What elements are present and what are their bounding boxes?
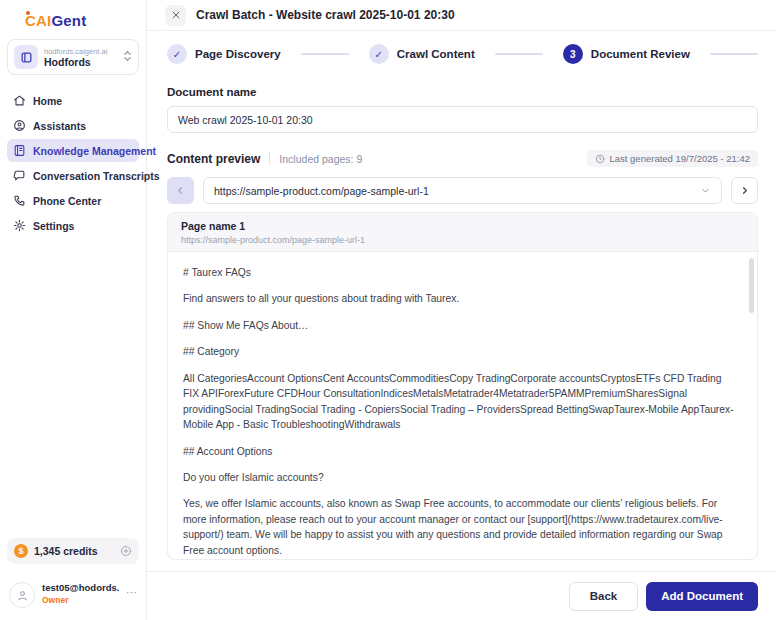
sidebar-item-conversation-transcripts[interactable]: Conversation Transcripts [7, 164, 139, 187]
assistants-icon [13, 119, 26, 132]
step-label: Crawl Content [397, 48, 475, 60]
modal-header: Crawl Batch - Website crawl 2025-10-01 2… [147, 0, 776, 31]
credits-pill[interactable]: $ 1,345 credits [7, 538, 139, 564]
sidebar-nav: Home Assistants Knowledge Management Con… [7, 89, 139, 237]
step-check-icon: ✓ [167, 44, 187, 64]
user-email: test05@hodords.co... [42, 582, 119, 593]
credits-label: 1,345 credits [34, 545, 114, 557]
user-account[interactable]: test05@hodords.co... Owner ⋯ [7, 582, 139, 608]
main-panel: Crawl Batch - Website crawl 2025-10-01 2… [147, 0, 776, 620]
phone-icon [13, 194, 26, 207]
included-pages-label: Included pages: 9 [279, 153, 578, 165]
page-card-header: Page name 1 https://sample-product.com/p… [168, 213, 757, 251]
sidebar-item-phone-center[interactable]: Phone Center [7, 189, 139, 212]
content-line: Do you offer Islamic accounts? [183, 470, 735, 485]
workspace-icon [14, 45, 38, 69]
step-label: Document Review [591, 48, 690, 60]
gear-icon [13, 219, 26, 232]
step-document-review: 3 Document Review [563, 44, 690, 64]
sidebar-item-label: Knowledge Management [33, 145, 156, 157]
sidebar-item-knowledge-management[interactable]: Knowledge Management [7, 139, 139, 162]
sidebar-item-settings[interactable]: Settings [7, 214, 139, 237]
divider [269, 152, 270, 165]
document-name-label: Document name [167, 86, 758, 98]
sidebar-item-label: Conversation Transcripts [33, 170, 160, 182]
content-preview-header: Content preview Included pages: 9 Last g… [167, 150, 758, 167]
content-preview-title: Content preview [167, 152, 260, 166]
add-document-button[interactable]: Add Document [646, 582, 758, 611]
content-preview-card: Page name 1 https://sample-product.com/p… [167, 212, 758, 560]
page-url: https://sample-product.com/page-sample-u… [181, 235, 744, 245]
page-navigation-row: https://sample-product.com/page-sample-u… [167, 177, 758, 204]
content-line: Yes, we offer Islamic accounts, also kno… [183, 496, 735, 558]
app-logo: CAIGent [7, 10, 139, 39]
scrollbar-thumb[interactable] [749, 258, 754, 313]
content-line: ## Category [183, 344, 735, 359]
close-button[interactable] [165, 5, 186, 26]
step-connector [710, 53, 758, 55]
step-page-discovery: ✓ Page Discovery [167, 44, 281, 64]
avatar [9, 582, 35, 608]
back-button[interactable]: Back [569, 582, 639, 611]
main-body: ✓ Page Discovery ✓ Crawl Content 3 Docum… [147, 31, 776, 571]
coin-icon: $ [14, 544, 28, 558]
content-line: ## Show Me FAQs About… [183, 318, 735, 333]
sidebar-item-label: Home [33, 95, 62, 107]
last-generated-text: Last generated 19/7/2025 - 21:42 [609, 153, 750, 164]
sidebar-item-home[interactable]: Home [7, 89, 139, 112]
more-options-icon[interactable]: ⋯ [126, 582, 137, 599]
add-credits-icon[interactable] [120, 545, 132, 557]
home-icon [13, 94, 26, 107]
step-number-badge: 3 [563, 44, 583, 64]
content-line: # Taurex FAQs [183, 265, 735, 280]
chevron-right-icon [739, 185, 750, 196]
step-check-icon: ✓ [369, 44, 389, 64]
sidebar-item-label: Assistants [33, 120, 86, 132]
workspace-name: Hodfords [44, 56, 117, 68]
next-page-button[interactable] [731, 177, 758, 204]
workspace-selector[interactable]: hodfords.caigent.ai Hodfords [7, 39, 139, 75]
page-content-body[interactable]: # Taurex FAQs Find answers to all your q… [168, 251, 757, 559]
page-title: Crawl Batch - Website crawl 2025-10-01 2… [196, 8, 455, 22]
sidebar-item-assistants[interactable]: Assistants [7, 114, 139, 137]
content-line: ## Account Options [183, 444, 735, 459]
clock-icon [595, 154, 605, 164]
page-url-selected: https://sample-product.com/page-sample-u… [214, 185, 700, 197]
page-name: Page name 1 [181, 220, 744, 232]
step-connector [301, 53, 349, 55]
sidebar-item-label: Settings [33, 220, 74, 232]
sidebar: CAIGent hodfords.caigent.ai Hodfords Hom… [0, 0, 147, 620]
stepper: ✓ Page Discovery ✓ Crawl Content 3 Docum… [167, 44, 758, 64]
modal-footer: Back Add Document [147, 571, 776, 620]
logo-text-gent: Gent [51, 12, 86, 29]
logo-dot [26, 11, 30, 15]
chevron-down-icon [700, 185, 711, 196]
knowledge-icon [13, 144, 26, 157]
step-crawl-content: ✓ Crawl Content [369, 44, 475, 64]
step-label: Page Discovery [195, 48, 281, 60]
page-url-select[interactable]: https://sample-product.com/page-sample-u… [203, 177, 722, 204]
chevron-left-icon [175, 185, 186, 196]
chat-icon [13, 169, 26, 182]
user-role-badge: Owner [42, 595, 119, 605]
app-window: CAIGent hodfords.caigent.ai Hodfords Hom… [0, 0, 776, 620]
previous-page-button[interactable] [167, 177, 194, 204]
sidebar-item-label: Phone Center [33, 195, 101, 207]
last-generated-badge: Last generated 19/7/2025 - 21:42 [587, 150, 758, 167]
content-line: All CategoriesAccount OptionsCent Accoun… [183, 371, 735, 433]
document-name-input[interactable] [167, 106, 758, 133]
chevron-updown-icon [123, 48, 132, 66]
workspace-domain: hodfords.caigent.ai [44, 47, 117, 56]
step-connector [495, 53, 543, 55]
content-line: Find answers to all your questions about… [183, 291, 735, 306]
